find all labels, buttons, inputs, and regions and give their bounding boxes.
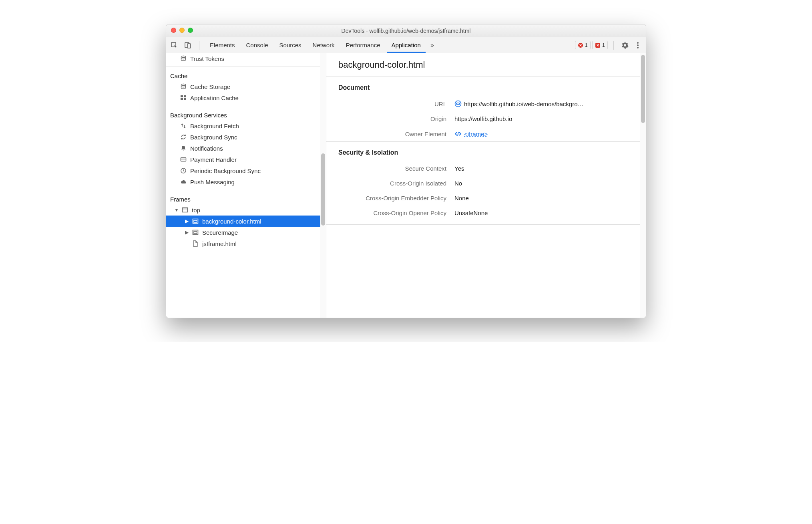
tab-sources[interactable]: Sources: [275, 38, 306, 52]
svg-point-9: [181, 84, 186, 86]
main-scrollbar-thumb[interactable]: [641, 55, 645, 123]
sidebar-item-label: Notifications: [190, 145, 223, 152]
kv-row-owner-element: Owner Element <iframe>: [326, 126, 646, 141]
tab-performance[interactable]: Performance: [341, 38, 385, 52]
frames-item-label: background-color.html: [202, 218, 261, 225]
kv-row-coop: Cross-Origin Opener Policy UnsafeNone: [326, 206, 646, 220]
svg-rect-12: [181, 98, 183, 100]
sidebar-item-payment-handler[interactable]: Payment Handler: [166, 154, 326, 165]
bell-icon: [180, 145, 187, 152]
sidebar-item-label: Background Fetch: [190, 123, 239, 129]
frames-top[interactable]: ▼ top: [166, 204, 326, 216]
tab-application[interactable]: Application: [387, 38, 426, 52]
kv-value-text: https://wolfib.github.io: [454, 115, 512, 122]
sidebar-tree: Trust Tokens Cache Cache Storage Applica…: [166, 53, 326, 249]
sidebar-item-label: Periodic Background Sync: [190, 167, 261, 174]
issue-icon: [595, 42, 601, 48]
sync-icon: [180, 133, 187, 141]
grid-icon: [180, 94, 187, 101]
kv-value: https://wolfib.github.io/web-demos/backg…: [454, 100, 583, 107]
kv-value-text: UnsafeNone: [454, 210, 488, 216]
sidebar-scrollbar[interactable]: [320, 53, 326, 318]
more-tabs-icon[interactable]: »: [427, 42, 437, 49]
main-scrollbar[interactable]: [640, 53, 646, 318]
kv-row-cross-origin-isolated: Cross-Origin Isolated No: [326, 176, 646, 191]
sidebar-item-application-cache[interactable]: Application Cache: [166, 92, 326, 103]
caret-right-icon[interactable]: ▶: [185, 230, 189, 235]
sidebar-item-label: Background Sync: [190, 134, 237, 141]
sidebar-item-trust-tokens[interactable]: Trust Tokens: [166, 54, 326, 64]
sidebar-section-background-services[interactable]: Background Services: [166, 109, 326, 120]
kv-value: None: [454, 195, 469, 202]
settings-button[interactable]: [619, 40, 631, 51]
window-zoom-button[interactable]: [188, 28, 193, 33]
toolbar-separator: [199, 41, 199, 50]
toolbar: Elements Console Sources Network Perform…: [166, 37, 646, 53]
sidebar-item-label: Cache Storage: [190, 83, 230, 90]
embed-icon: [192, 218, 199, 225]
sidebar-divider: [166, 67, 326, 67]
content-area: Trust Tokens Cache Cache Storage Applica…: [166, 53, 646, 318]
sidebar-item-label: Trust Tokens: [190, 55, 224, 62]
sidebar-item-cache-storage[interactable]: Cache Storage: [166, 81, 326, 92]
kv-value-link[interactable]: <iframe>: [454, 130, 488, 137]
window-minimize-button[interactable]: [179, 28, 185, 33]
issue-badge[interactable]: 1: [592, 41, 608, 49]
sidebar-item-periodic-sync[interactable]: Periodic Background Sync: [166, 165, 326, 176]
sidebar-item-notifications[interactable]: Notifications: [166, 143, 326, 154]
caret-down-icon[interactable]: ▼: [174, 207, 178, 213]
embed-icon: [192, 229, 199, 236]
document-icon: [192, 240, 199, 247]
sidebar-scrollbar-thumb[interactable]: [321, 153, 325, 226]
device-toolbar-icon[interactable]: [182, 40, 193, 51]
kv-key: Cross-Origin Isolated: [326, 180, 446, 187]
window-close-button[interactable]: [171, 28, 176, 33]
sidebar-item-background-fetch[interactable]: Background Fetch: [166, 120, 326, 131]
error-badge[interactable]: 1: [575, 41, 591, 49]
sidebar-section-cache[interactable]: Cache: [166, 69, 326, 81]
svg-rect-14: [181, 158, 186, 161]
kv-value: https://wolfib.github.io: [454, 115, 512, 122]
card-icon: [180, 156, 187, 163]
svg-rect-20: [194, 220, 197, 222]
svg-rect-2: [187, 44, 191, 48]
traffic-lights: [171, 28, 193, 33]
svg-rect-17: [183, 208, 188, 212]
sidebar-item-label: Application Cache: [190, 95, 239, 101]
window-icon: [181, 206, 189, 214]
frames-top-label: top: [192, 207, 200, 214]
sidebar-item-background-sync[interactable]: Background Sync: [166, 131, 326, 143]
inspect-element-icon[interactable]: [169, 40, 180, 51]
sidebar-item-label: Push Messaging: [190, 179, 235, 185]
svg-rect-11: [184, 95, 186, 97]
kv-key: Owner Element: [326, 131, 446, 137]
kebab-icon: [637, 42, 639, 48]
kv-row-coep: Cross-Origin Embedder Policy None: [326, 191, 646, 206]
svg-point-6: [637, 44, 639, 46]
database-icon: [180, 83, 187, 90]
svg-point-8: [181, 56, 186, 58]
svg-point-7: [637, 47, 639, 48]
customize-button[interactable]: [632, 40, 643, 51]
clock-icon: [180, 167, 187, 174]
tab-elements[interactable]: Elements: [205, 38, 240, 52]
kv-value-text: No: [454, 180, 462, 187]
caret-right-icon[interactable]: ▶: [185, 218, 189, 224]
svg-point-23: [455, 101, 461, 107]
error-count: 1: [585, 42, 588, 48]
devtools-window: DevTools - wolfib.github.io/web-demos/js…: [166, 24, 646, 318]
frames-item-background-color[interactable]: ▶ background-color.html: [166, 216, 326, 227]
tab-network[interactable]: Network: [308, 38, 340, 52]
issue-count: 1: [602, 42, 605, 48]
kv-key: Origin: [326, 115, 446, 122]
link-pill-icon[interactable]: [454, 100, 462, 107]
kv-row-origin: Origin https://wolfib.github.io: [326, 111, 646, 126]
sidebar-item-push-messaging[interactable]: Push Messaging: [166, 176, 326, 187]
frames-item-jsiframe[interactable]: jsIframe.html: [166, 238, 326, 249]
frames-item-secureimage[interactable]: ▶ SecureImage: [166, 227, 326, 238]
svg-rect-13: [184, 98, 186, 100]
kv-key: Secure Context: [326, 165, 446, 172]
kv-key: URL: [326, 101, 446, 107]
tab-console[interactable]: Console: [241, 38, 273, 52]
sidebar-section-frames[interactable]: Frames: [166, 193, 326, 204]
